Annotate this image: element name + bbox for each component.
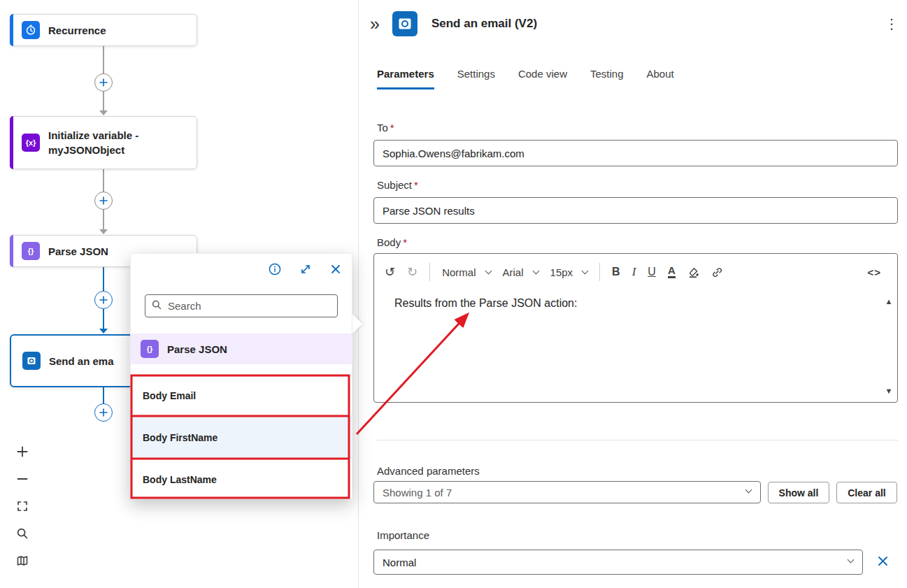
clear-importance-icon[interactable] xyxy=(876,554,890,570)
insert-step-button[interactable] xyxy=(94,403,113,422)
font-color-icon[interactable]: A xyxy=(668,266,676,278)
editor-scrollbar[interactable]: ▲ ▼ xyxy=(884,297,894,395)
section-divider xyxy=(377,440,898,440)
search-canvas-icon[interactable] xyxy=(11,522,34,545)
toolbar-divider xyxy=(599,263,600,281)
minimap-icon[interactable] xyxy=(11,550,34,572)
body-rich-text-editor[interactable]: ↺ ↻ Normal Arial 15px B I U A xyxy=(373,253,898,403)
code-view-icon[interactable]: <> xyxy=(867,266,881,278)
highlight-icon[interactable] xyxy=(687,266,699,278)
item-label: Body Email xyxy=(143,390,196,401)
node-label: Recurrence xyxy=(48,23,106,38)
body-editor-content[interactable]: Results from the Parse JSON action: xyxy=(374,290,897,310)
required-asterisk: * xyxy=(403,236,407,248)
popup-callout-pointer xyxy=(352,314,362,334)
search-icon xyxy=(151,299,162,313)
editor-toolbar: ↺ ↻ Normal Arial 15px B I U A xyxy=(374,254,897,290)
power-automate-designer: Recurrence {x} Initialize variable - myJ… xyxy=(0,0,907,588)
subject-label: Subject* xyxy=(377,179,418,191)
undo-icon[interactable]: ↺ xyxy=(385,264,395,280)
subject-field[interactable] xyxy=(373,197,898,224)
item-label: Body FirstName xyxy=(143,432,217,443)
tab-settings[interactable]: Settings xyxy=(457,68,495,89)
parse-json-braces-icon: {} xyxy=(141,340,159,358)
chevron-down-icon xyxy=(485,267,492,274)
canvas-controls xyxy=(11,440,34,572)
tab-parameters[interactable]: Parameters xyxy=(377,68,434,89)
node-label: Send an ema xyxy=(49,354,114,368)
clear-all-button[interactable]: Clear all xyxy=(836,482,897,503)
search-input[interactable] xyxy=(168,300,331,312)
advanced-parameters-label: Advanced parameters xyxy=(377,465,480,477)
parse-json-braces-icon: {} xyxy=(22,242,40,260)
connector-arrow-icon xyxy=(99,329,108,334)
expand-icon[interactable] xyxy=(299,262,313,276)
connector-arrow-icon xyxy=(99,229,108,234)
body-label: Body* xyxy=(377,236,407,248)
item-label: Body LastName xyxy=(143,474,217,485)
show-all-button[interactable]: Show all xyxy=(768,482,829,503)
required-asterisk: * xyxy=(390,122,394,134)
insert-step-button[interactable] xyxy=(94,73,113,92)
action-configuration-panel: » Send an email (V2) ⋮ Parameters Settin… xyxy=(358,0,907,588)
importance-label: Importance xyxy=(377,529,429,541)
tab-code-view[interactable]: Code view xyxy=(518,68,567,89)
chevron-down-icon xyxy=(745,487,752,494)
group-label: Parse JSON xyxy=(167,343,227,355)
chevron-down-icon xyxy=(532,267,539,274)
paragraph-style-dropdown[interactable]: Normal xyxy=(442,266,490,278)
more-options-icon[interactable]: ⋮ xyxy=(885,15,899,32)
scroll-up-icon[interactable]: ▲ xyxy=(885,297,893,306)
underline-icon[interactable]: U xyxy=(648,266,656,278)
popup-toolbar xyxy=(268,262,342,276)
required-asterisk: * xyxy=(414,179,418,191)
font-family-dropdown[interactable]: Arial xyxy=(503,266,538,278)
insert-step-button[interactable] xyxy=(94,291,113,309)
redo-icon[interactable]: ↻ xyxy=(407,264,417,280)
bold-icon[interactable]: B xyxy=(612,266,620,278)
zoom-out-icon[interactable] xyxy=(11,468,34,490)
tab-testing[interactable]: Testing xyxy=(590,68,624,89)
panel-tabs: Parameters Settings Code view Testing Ab… xyxy=(377,68,674,89)
chevron-down-icon xyxy=(848,557,855,564)
dynamic-content-item-body-email[interactable]: Body Email xyxy=(131,375,352,416)
to-label: To* xyxy=(377,122,394,134)
collapse-panel-icon[interactable]: » xyxy=(370,15,380,33)
node-recurrence[interactable]: Recurrence xyxy=(10,14,197,46)
node-accent xyxy=(10,14,13,46)
font-size-dropdown[interactable]: 15px xyxy=(550,266,588,278)
node-label: Parse JSON xyxy=(48,244,108,259)
dynamic-content-group-parse-json[interactable]: {} Parse JSON xyxy=(131,334,352,364)
search-box[interactable] xyxy=(145,294,338,317)
importance-dropdown[interactable]: Normal xyxy=(373,550,863,575)
outlook-icon xyxy=(22,352,41,370)
dynamic-content-item-body-lastname[interactable]: Body LastName xyxy=(131,459,352,500)
info-icon[interactable] xyxy=(268,262,282,276)
close-icon[interactable] xyxy=(329,263,342,275)
recurrence-clock-icon xyxy=(22,21,40,39)
tab-about[interactable]: About xyxy=(647,68,674,89)
scroll-down-icon[interactable]: ▼ xyxy=(885,387,893,395)
node-initialize-variable[interactable]: {x} Initialize variable - myJSONObject xyxy=(10,116,197,169)
panel-header: » Send an email (V2) ⋮ xyxy=(370,10,899,38)
italic-icon[interactable]: I xyxy=(632,265,636,279)
advanced-parameters-dropdown[interactable]: Showing 1 of 7 xyxy=(373,481,761,503)
chevron-down-icon xyxy=(582,267,589,274)
dynamic-content-item-body-firstname[interactable]: Body FirstName xyxy=(131,416,352,459)
to-field[interactable] xyxy=(373,140,898,166)
connector-line-selected xyxy=(103,387,104,404)
variable-braces-icon: {x} xyxy=(22,134,40,152)
insert-step-button[interactable] xyxy=(94,192,113,210)
node-accent xyxy=(10,235,13,267)
panel-title: Send an email (V2) xyxy=(431,17,537,31)
node-accent xyxy=(10,116,13,169)
connector-arrow-icon xyxy=(99,110,108,115)
dynamic-content-popup: {} Parse JSON Body Email Body FirstName … xyxy=(130,253,352,499)
fit-to-view-icon[interactable] xyxy=(11,495,34,517)
node-label: Initialize variable - myJSONObject xyxy=(48,128,181,157)
toolbar-divider xyxy=(429,263,430,281)
zoom-in-icon[interactable] xyxy=(11,440,34,463)
link-icon[interactable] xyxy=(711,266,723,278)
outlook-icon xyxy=(392,11,417,36)
